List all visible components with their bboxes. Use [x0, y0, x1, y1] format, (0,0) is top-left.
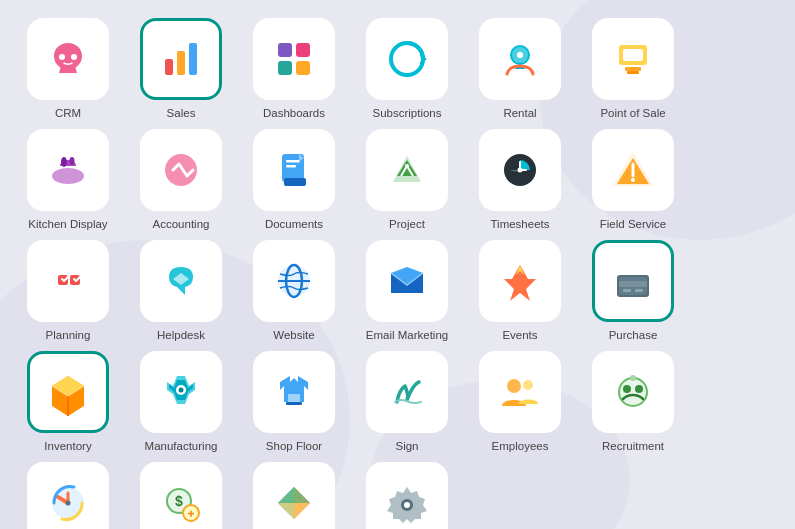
svg-point-35	[631, 178, 635, 182]
app-label-employees: Employees	[492, 439, 549, 454]
svg-point-3	[59, 54, 65, 60]
app-label-subscriptions: Subscriptions	[372, 106, 441, 121]
svg-rect-24	[284, 178, 306, 186]
app-item-accounting[interactable]: Accounting	[131, 129, 231, 232]
app-item-kitchen-display[interactable]: Kitchen Display	[18, 129, 118, 232]
svg-point-14	[517, 52, 523, 58]
app-item-events[interactable]: Events	[470, 240, 570, 343]
app-label-shop-floor: Shop Floor	[266, 439, 322, 454]
svg-point-57	[66, 500, 71, 505]
app-item-email-marketing[interactable]: Email Marketing	[357, 240, 457, 343]
app-item-recruitment[interactable]: Recruitment	[583, 351, 683, 454]
svg-point-20	[61, 157, 67, 167]
svg-rect-8	[278, 43, 292, 57]
svg-point-21	[70, 157, 75, 165]
svg-rect-44	[623, 289, 631, 292]
app-item-field-service[interactable]: Field Service	[583, 129, 683, 232]
svg-rect-18	[627, 71, 639, 74]
app-label-inventory: Inventory	[44, 439, 91, 454]
app-label-rental: Rental	[503, 106, 536, 121]
svg-text:$: $	[175, 493, 183, 509]
app-item-sign[interactable]: Sign	[357, 351, 457, 454]
app-label-helpdesk: Helpdesk	[157, 328, 205, 343]
app-label-dashboards: Dashboards	[263, 106, 325, 121]
svg-point-19	[52, 168, 84, 184]
svg-rect-26	[286, 165, 296, 168]
app-label-recruitment: Recruitment	[602, 439, 664, 454]
svg-rect-49	[286, 402, 302, 405]
svg-point-50	[507, 379, 521, 393]
app-item-point-of-sale[interactable]: Point of Sale	[583, 18, 683, 121]
svg-point-47	[179, 387, 184, 392]
svg-point-4	[71, 54, 77, 60]
svg-point-53	[623, 385, 631, 393]
app-label-kitchen-display: Kitchen Display	[28, 217, 107, 232]
app-item-dashboards[interactable]: Dashboards	[244, 18, 344, 121]
svg-point-63	[404, 502, 410, 508]
app-label-email-marketing: Email Marketing	[366, 328, 448, 343]
app-label-events: Events	[502, 328, 537, 343]
svg-rect-25	[286, 160, 300, 163]
app-label-sales: Sales	[167, 106, 196, 121]
svg-rect-11	[296, 61, 310, 75]
svg-point-27	[405, 164, 409, 168]
app-item-expenses[interactable]: $ + Expenses	[131, 462, 231, 529]
app-label-field-service: Field Service	[600, 217, 666, 232]
app-item-rental[interactable]: Rental	[470, 18, 570, 121]
svg-rect-7	[189, 43, 197, 75]
app-item-settings[interactable]: Settings	[357, 462, 457, 529]
svg-point-55	[630, 375, 636, 381]
svg-point-51	[523, 380, 533, 390]
app-item-time-off[interactable]: Time Off	[18, 462, 118, 529]
svg-text:+: +	[187, 507, 194, 521]
svg-rect-16	[623, 49, 643, 61]
app-item-purchase[interactable]: Purchase	[583, 240, 683, 343]
app-item-employees[interactable]: Employees	[470, 351, 570, 454]
svg-point-54	[635, 385, 643, 393]
app-item-shop-floor[interactable]: Shop Floor	[244, 351, 344, 454]
svg-rect-5	[165, 59, 173, 75]
app-label-crm: CRM	[55, 106, 81, 121]
app-item-apps[interactable]: Apps	[244, 462, 344, 529]
app-item-documents[interactable]: Documents	[244, 129, 344, 232]
svg-rect-6	[177, 51, 185, 75]
app-item-inventory[interactable]: Inventory	[18, 351, 118, 454]
app-label-purchase: Purchase	[609, 328, 658, 343]
app-grid: CRM Sales Dashboards	[0, 0, 795, 529]
app-item-planning[interactable]: Planning	[18, 240, 118, 343]
app-item-manufacturing[interactable]: Manufacturing	[131, 351, 231, 454]
app-item-timesheets[interactable]: Timesheets	[470, 129, 570, 232]
svg-rect-17	[625, 67, 641, 71]
app-label-project: Project	[389, 217, 425, 232]
svg-rect-9	[296, 43, 310, 57]
app-label-point-of-sale: Point of Sale	[600, 106, 665, 121]
app-item-project[interactable]: Project	[357, 129, 457, 232]
svg-point-52	[619, 378, 647, 406]
app-label-documents: Documents	[265, 217, 323, 232]
app-label-sign: Sign	[395, 439, 418, 454]
app-item-crm[interactable]: CRM	[18, 18, 118, 121]
app-label-timesheets: Timesheets	[490, 217, 549, 232]
svg-rect-10	[278, 61, 292, 75]
app-item-website[interactable]: Website	[244, 240, 344, 343]
svg-rect-45	[635, 289, 643, 292]
app-label-planning: Planning	[46, 328, 91, 343]
app-item-helpdesk[interactable]: Helpdesk	[131, 240, 231, 343]
app-item-subscriptions[interactable]: Subscriptions	[357, 18, 457, 121]
app-item-sales[interactable]: Sales	[131, 18, 231, 121]
app-label-accounting: Accounting	[153, 217, 210, 232]
app-label-website: Website	[273, 328, 314, 343]
app-label-manufacturing: Manufacturing	[145, 439, 218, 454]
svg-rect-43	[619, 281, 647, 287]
